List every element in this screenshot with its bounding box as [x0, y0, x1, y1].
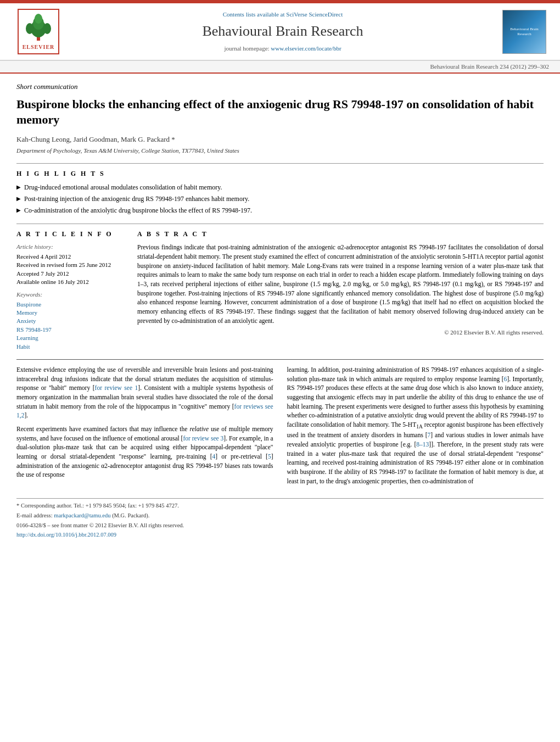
abstract-col: A B S T R A C T Previous findings indica… [137, 230, 544, 351]
body-col-left: Extensive evidence employing the use of … [16, 365, 273, 490]
keyword-memory: Memory [16, 309, 126, 317]
highlight-text-3: Co-administration of the anxiolytic drug… [24, 206, 252, 215]
keyword-anxiety: Anxiety [16, 317, 126, 325]
divider-article-info [16, 224, 544, 224]
abstract-header: A B S T R A C T [137, 230, 544, 239]
article-type: Short communication [16, 82, 544, 92]
email-author: (M.G. Packard). [111, 512, 150, 518]
keyword-learning: Learning [16, 334, 126, 342]
ref-link-2[interactable]: for reviews see 1,2 [16, 403, 273, 419]
elsevier-name: ELSEVIER [23, 43, 55, 51]
copyright-line: © 2012 Elsevier B.V. All rights reserved… [137, 328, 544, 337]
divider-highlights [16, 163, 544, 164]
elsevier-logo: ELSEVIER [11, 9, 66, 54]
abstract-text: Previous findings indicate that post-tra… [137, 243, 544, 325]
authors-names: Kah-Chung Leong, Jarid Goodman, Mark G. … [16, 135, 175, 143]
email-link[interactable]: markpackard@tamu.edu [54, 512, 110, 518]
ref-link-6[interactable]: 6 [504, 376, 507, 382]
footnote-corresponding: * Corresponding author. Tel.: +1 979 845… [16, 502, 544, 510]
citation-text: Behavioural Brain Research 234 (2012) 29… [430, 63, 549, 70]
main-content: Short communication Buspirone blocks the… [0, 74, 560, 549]
highlight-item-2: ▶ Post-training injection of the anxioge… [16, 194, 544, 204]
highlight-text-2: Post-training injection of the anxiogeni… [24, 194, 249, 204]
homepage-link[interactable]: www.elsevier.com/locate/bbr [271, 45, 341, 52]
ref-link-4[interactable]: 4 [212, 453, 215, 460]
journal-header: ELSEVIER Contents lists available at Sci… [0, 3, 560, 60]
affiliation: Department of Psychology, Texas A&M Univ… [16, 147, 544, 155]
ref-link-3[interactable]: for review see 3 [183, 435, 223, 442]
body-left-para1: Extensive evidence employing the use of … [16, 365, 273, 420]
footnote-doi: http://dx.doi.org/10.1016/j.bbr.2012.07.… [16, 531, 544, 539]
footnote-section: * Corresponding author. Tel.: +1 979 845… [16, 498, 544, 539]
article-info-col: A R T I C L E I N F O Article history: R… [16, 230, 126, 351]
received-date: Received 4 April 2012 [16, 253, 126, 261]
ref-link-1[interactable]: for review see 1 [95, 384, 138, 391]
journal-center: Contents lists available at SciVerse Sci… [66, 10, 500, 53]
highlight-arrow-2: ▶ [16, 195, 21, 203]
journal-homepage: journal homepage: www.elsevier.com/locat… [77, 44, 489, 53]
received-revised-date: Received in revised form 25 June 2012 [16, 261, 126, 269]
article-info-abstract: A R T I C L E I N F O Article history: R… [16, 230, 544, 351]
body-left-para2: Recent experiments have examined factors… [16, 425, 273, 479]
sciverse-link: Contents lists available at SciVerse Sci… [77, 10, 489, 19]
highlight-item-3: ▶ Co-administration of the anxiolytic dr… [16, 206, 544, 215]
journal-logo-right: Behavioural Brain Research [500, 10, 549, 54]
doi-link[interactable]: http://dx.doi.org/10.1016/j.bbr.2012.07.… [16, 532, 116, 538]
keywords-label: Keywords: [16, 291, 126, 299]
available-online-date: Available online 16 July 2012 [16, 278, 126, 286]
history-label: Article history: [16, 243, 126, 251]
body-col-right: learning. In addition, post-training adm… [287, 365, 544, 490]
journal-title-header: Behavioural Brain Research [77, 21, 489, 41]
sciverse-link-text[interactable]: SciVerse ScienceDirect [286, 11, 343, 18]
elsevier-tree-icon [22, 12, 55, 42]
keyword-habit: Habit [16, 343, 126, 351]
citation-bar: Behavioural Brain Research 234 (2012) 29… [0, 60, 560, 74]
keyword-rs: RS 79948-197 [16, 326, 126, 334]
body-divider [16, 359, 544, 360]
footnote-email: E-mail address: markpackard@tamu.edu (M.… [16, 512, 544, 520]
highlight-arrow-1: ▶ [16, 183, 21, 191]
email-label: E-mail address: [16, 512, 54, 518]
svg-point-3 [35, 14, 42, 24]
page-wrapper: ELSEVIER Contents lists available at Sci… [0, 0, 560, 549]
info-dates: Received 4 April 2012 Received in revise… [16, 253, 126, 287]
logo-text: Behavioural Brain Research [505, 27, 544, 36]
ref-link-8-13[interactable]: 8–13 [416, 441, 429, 448]
svg-point-5 [43, 23, 51, 34]
highlights-title: H I G H L I G H T S [16, 169, 544, 178]
highlight-text-1: Drug-induced emotional arousal modulates… [24, 183, 222, 192]
homepage-label: journal homepage: [224, 45, 271, 52]
footnote-issn: 0166-4328/$ – see front matter © 2012 El… [16, 522, 544, 530]
highlights-section: H I G H L I G H T S ▶ Drug-induced emoti… [16, 169, 544, 215]
highlight-arrow-3: ▶ [16, 207, 21, 214]
keyword-buspirone: Buspirone [16, 300, 126, 309]
article-info-header: A R T I C L E I N F O [16, 230, 126, 239]
sciverse-text: Contents lists available at [223, 11, 286, 18]
accepted-date: Accepted 7 July 2012 [16, 270, 126, 278]
svg-point-4 [26, 23, 33, 34]
body-right-para1: learning. In addition, post-training adm… [287, 365, 544, 486]
ref-link-7[interactable]: 7 [428, 432, 431, 438]
highlight-item-1: ▶ Drug-induced emotional arousal modulat… [16, 183, 544, 192]
body-two-col: Extensive evidence employing the use of … [16, 365, 544, 490]
ref-link-5[interactable]: 5 [268, 453, 271, 460]
authors: Kah-Chung Leong, Jarid Goodman, Mark G. … [16, 135, 544, 144]
journal-logo-img: Behavioural Brain Research [502, 10, 546, 54]
article-main-title: Buspirone blocks the enhancing effect of… [16, 97, 544, 128]
